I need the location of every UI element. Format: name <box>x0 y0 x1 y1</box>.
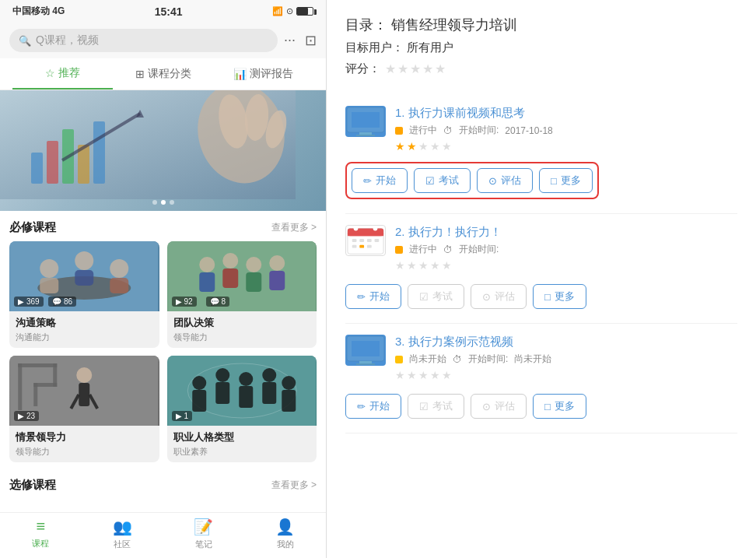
check-icon: ☑ <box>425 175 435 187</box>
course-name-4: 职业人格类型 <box>173 430 311 444</box>
svg-point-45 <box>239 372 253 386</box>
course-2-start-btn[interactable]: ✏ 开始 <box>345 284 401 309</box>
course-category-1: 沟通能力 <box>16 332 153 343</box>
star-icon: ☆ <box>45 67 55 79</box>
course-card-3[interactable]: ▶23 情景领导力 领导能力 <box>9 356 159 462</box>
svg-rect-24 <box>222 268 238 288</box>
start-label-2: 开始时间: <box>459 243 499 256</box>
chart-icon: 📊 <box>233 68 247 80</box>
calendar-icon <box>346 225 385 256</box>
comments-badge-1: 💬86 <box>48 297 76 307</box>
clock-icon-2: ⏱ <box>443 244 453 255</box>
tab-courses[interactable]: ⊞ 课程分类 <box>113 58 213 89</box>
course-item-3-info: 3. 执行力案例示范视频 尚未开始 ⏱ 开始时间: 尚未开始 ★ ★ ★ ★ ★ <box>395 335 737 381</box>
course-item-2-meta: 进行中 ⏱ 开始时间: <box>395 243 737 256</box>
course-1-more-btn[interactable]: □ 更多 <box>539 168 593 193</box>
svg-point-49 <box>282 376 296 390</box>
tab-reports[interactable]: 📊 测评报告 <box>213 58 313 89</box>
community-nav-icon: 👥 <box>113 518 132 536</box>
course-card-4[interactable]: ▶1 职业人格类型 职业素养 <box>167 356 317 462</box>
detail-rating: 评分： ★ ★ ★ ★ ★ <box>345 61 737 76</box>
search-actions: ··· ⊡ <box>284 32 317 49</box>
item1-star-5: ★ <box>442 140 452 153</box>
item3-star-1: ★ <box>395 369 405 381</box>
course-1-exam-btn[interactable]: ☑ 考试 <box>414 168 471 193</box>
pencil-icon-3: ✏ <box>357 401 366 412</box>
check-icon-3: ☑ <box>419 401 429 412</box>
course-1-evaluate-btn[interactable]: ⊙ 评估 <box>477 168 533 193</box>
nav-community[interactable]: 👥 社区 <box>82 518 163 550</box>
nav-profile[interactable]: 👤 我的 <box>244 518 326 550</box>
profile-nav-label: 我的 <box>277 539 294 550</box>
course-2-exam-btn: ☑ 考试 <box>408 284 464 309</box>
course-name-3: 情景领导力 <box>16 430 153 444</box>
course-2-more-btn[interactable]: □ 更多 <box>533 284 586 309</box>
catalog-label: 目录： <box>345 17 387 33</box>
svg-rect-64 <box>352 245 357 248</box>
course-3-evaluate-btn: ⊙ 评估 <box>471 394 527 419</box>
grid-icon: ⊞ <box>135 68 145 80</box>
svg-rect-52 <box>352 112 380 128</box>
status-text-1: 进行中 <box>409 124 437 137</box>
svg-rect-57 <box>348 233 383 236</box>
course-item-3: 3. 执行力案例示范视频 尚未开始 ⏱ 开始时间: 尚未开始 ★ ★ ★ ★ ★ <box>345 324 737 433</box>
elective-courses-more[interactable]: 查看更多 > <box>271 479 317 492</box>
svg-rect-9 <box>93 121 105 184</box>
svg-rect-17 <box>75 270 93 286</box>
svg-rect-61 <box>359 239 364 242</box>
svg-rect-5 <box>31 153 43 184</box>
course-card-1[interactable]: ▶369 💬86 沟通策略 沟通能力 <box>9 241 159 348</box>
svg-point-58 <box>354 226 359 231</box>
required-courses-more[interactable]: 查看更多 > <box>271 221 317 234</box>
course-item-2: 2. 执行力！执行力！ 进行中 ⏱ 开始时间: ★ ★ ★ ★ ★ <box>345 214 737 324</box>
status-indicator-1 <box>395 127 403 135</box>
tab-recommend[interactable]: ☆ 推荐 <box>12 58 113 89</box>
signal-icon: 📶 <box>272 6 283 16</box>
more-options-icon[interactable]: ··· <box>284 32 296 49</box>
svg-point-23 <box>222 253 238 268</box>
plays-badge-2: ▶92 <box>172 297 197 307</box>
item2-star-5: ★ <box>442 259 452 272</box>
course-item-3-stars: ★ ★ ★ ★ ★ <box>395 369 737 381</box>
item1-star-4: ★ <box>430 140 440 153</box>
bottom-nav: ≡ 课程 👥 社区 📝 笔记 👤 我的 <box>0 512 326 558</box>
search-input-wrapper[interactable]: 🔍 Q课程，视频 <box>9 29 278 52</box>
course-3-more-btn[interactable]: □ 更多 <box>533 394 586 419</box>
svg-rect-65 <box>359 245 364 248</box>
target-label: 目标用户： <box>345 40 404 54</box>
detail-header: 目录： 销售经理领导力培训 目标用户： 所有用户 评分： ★ ★ ★ ★ ★ <box>345 16 737 89</box>
svg-rect-50 <box>282 390 296 412</box>
svg-point-14 <box>40 259 58 278</box>
clock: 15:41 <box>155 5 183 18</box>
star-4: ★ <box>422 61 433 76</box>
course-detail-panel: 目录： 销售经理领导力培训 目标用户： 所有用户 评分： ★ ★ ★ ★ ★ <box>327 0 756 558</box>
item2-star-2: ★ <box>407 259 417 272</box>
course-card-2[interactable]: ▶92 💬8 团队决策 领导能力 <box>167 241 317 348</box>
svg-rect-48 <box>262 382 276 404</box>
tab-recommend-label: 推荐 <box>58 66 80 80</box>
course-category-4: 职业素养 <box>173 446 311 458</box>
status-bar: 中国移动 4G 15:41 📶 ⊙ <box>0 0 326 23</box>
svg-point-47 <box>262 368 276 382</box>
pencil-icon-2: ✏ <box>357 291 366 303</box>
course-item-1-header: 1. 执行力课前视频和思考 进行中 ⏱ 开始时间: 2017-10-18 ★ ★… <box>345 106 737 153</box>
item2-star-3: ★ <box>418 259 429 272</box>
required-courses-grid: ▶369 💬86 沟通策略 沟通能力 <box>9 241 317 469</box>
rating-stars: ★ ★ ★ ★ ★ <box>385 61 446 76</box>
detail-catalog-title: 目录： 销售经理领导力培训 <box>345 16 737 34</box>
item1-star-2: ★ <box>407 140 417 153</box>
required-courses-section: 必修课程 查看更多 > <box>0 211 326 469</box>
scan-icon[interactable]: ⊡ <box>305 32 317 49</box>
course-thumb-4: ▶1 <box>167 356 317 426</box>
nav-courses[interactable]: ≡ 课程 <box>0 518 82 550</box>
course-2-action-buttons: ✏ 开始 ☑ 考试 ⊙ 评估 □ 更多 <box>345 278 737 312</box>
nav-notes[interactable]: 📝 笔记 <box>163 518 245 550</box>
star-2: ★ <box>397 61 408 76</box>
course-item-1-name: 1. 执行力课前视频和思考 <box>395 106 737 121</box>
start-time-3: 尚未开始 <box>514 353 551 366</box>
nav-tabs: ☆ 推荐 ⊞ 课程分类 📊 测评报告 <box>0 58 326 90</box>
course-item-2-header: 2. 执行力！执行力！ 进行中 ⏱ 开始时间: ★ ★ ★ ★ ★ <box>345 225 737 272</box>
course-1-start-btn[interactable]: ✏ 开始 <box>352 168 408 193</box>
course-3-start-btn[interactable]: ✏ 开始 <box>345 394 401 419</box>
star-5: ★ <box>435 61 446 76</box>
